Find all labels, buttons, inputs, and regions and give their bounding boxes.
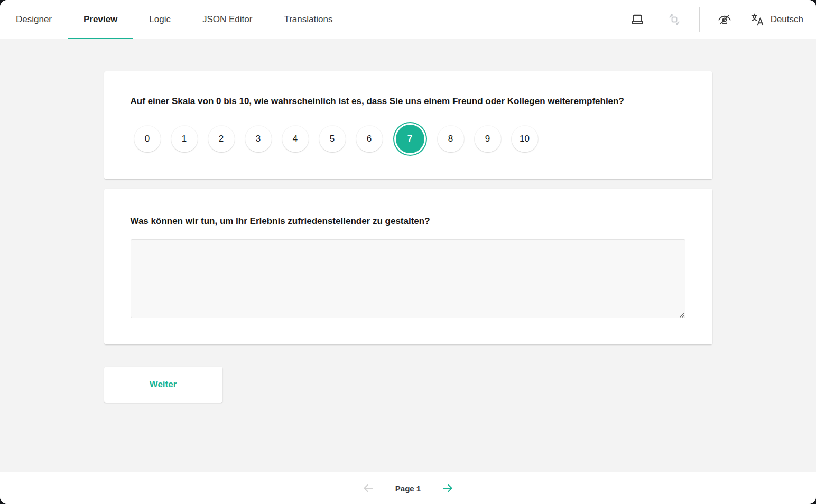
next-page-button[interactable]: Weiter xyxy=(104,367,222,403)
rotate-device-icon xyxy=(667,12,682,27)
tab-designer[interactable]: Designer xyxy=(0,0,68,39)
arrow-right-icon xyxy=(441,481,455,495)
tab-preview[interactable]: Preview xyxy=(68,0,133,39)
rating-item-0[interactable]: 0 xyxy=(134,126,161,152)
tab-translations[interactable]: Translations xyxy=(268,0,348,39)
previous-page-arrow-button xyxy=(360,480,376,496)
rating-item-7-selected[interactable]: 7 xyxy=(396,125,424,153)
tab-json-editor[interactable]: JSON Editor xyxy=(187,0,268,39)
rating-item-1[interactable]: 1 xyxy=(171,126,198,152)
rating-item-3[interactable]: 3 xyxy=(245,126,272,152)
preview-toolbar: Deutsch xyxy=(619,0,816,39)
rating-item-2[interactable]: 2 xyxy=(208,126,235,152)
arrow-left-icon xyxy=(361,481,375,495)
rating-item-8[interactable]: 8 xyxy=(438,126,464,152)
survey-creator-window: Designer Preview Logic JSON Editor Trans… xyxy=(0,0,816,504)
next-page-arrow-button[interactable] xyxy=(440,480,456,496)
rotate-device-button xyxy=(662,7,687,32)
comment-input-wrap xyxy=(131,239,686,318)
tab-logic[interactable]: Logic xyxy=(133,0,187,39)
laptop-device-button[interactable] xyxy=(625,7,650,32)
translate-icon xyxy=(749,12,765,27)
pager-footer: Page 1 xyxy=(0,472,816,504)
rating-item-9[interactable]: 9 xyxy=(475,126,501,152)
language-selector[interactable]: Deutsch xyxy=(747,12,805,27)
comment-question-title: Was können wir tun, um Ihr Erlebnis zufr… xyxy=(131,213,686,229)
comment-textarea[interactable] xyxy=(131,239,685,318)
question-card-comment: Was können wir tun, um Ihr Erlebnis zufr… xyxy=(104,189,712,344)
rating-item-6[interactable]: 6 xyxy=(356,126,383,152)
eye-off-icon xyxy=(717,12,732,27)
rating-item-4[interactable]: 4 xyxy=(282,126,309,152)
nps-question-title: Auf einer Skala von 0 bis 10, wie wahrsc… xyxy=(131,94,686,109)
toolbar-divider xyxy=(699,7,700,32)
nps-rating-scale: 0 1 2 3 4 5 6 7 8 9 10 xyxy=(131,122,686,156)
laptop-icon xyxy=(630,12,645,27)
language-label: Deutsch xyxy=(771,14,803,25)
survey-preview-area: Auf einer Skala von 0 bis 10, wie wahrsc… xyxy=(0,39,816,472)
rating-item-10[interactable]: 10 xyxy=(512,126,538,152)
show-invisible-elements-button[interactable] xyxy=(712,7,737,32)
question-card-nps: Auf einer Skala von 0 bis 10, wie wahrsc… xyxy=(104,71,712,179)
rating-item-5[interactable]: 5 xyxy=(319,126,346,152)
survey-page: Auf einer Skala von 0 bis 10, wie wahrsc… xyxy=(104,71,712,403)
creator-tabbar: Designer Preview Logic JSON Editor Trans… xyxy=(0,0,816,39)
pager-page-label: Page 1 xyxy=(395,484,421,493)
